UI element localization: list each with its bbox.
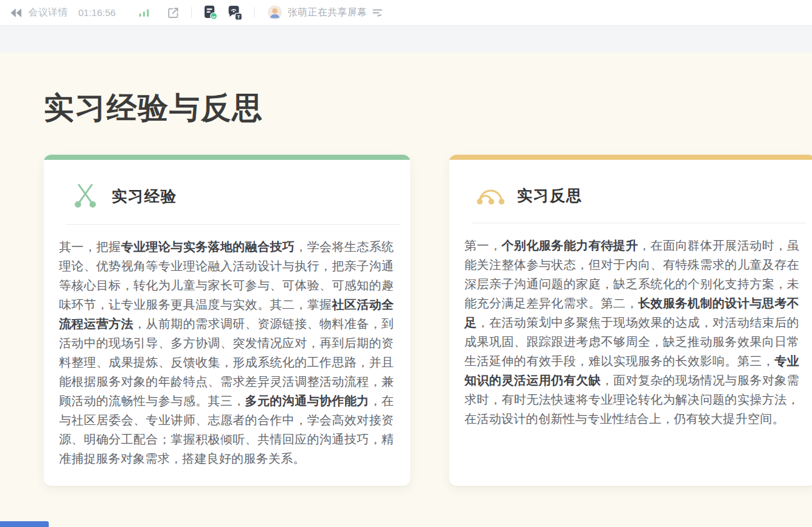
reflection-card: 实习反思 第一，个别化服务能力有待提升，在面向群体开展活动时，虽能关注整体参与状… (449, 155, 812, 486)
meeting-top-bar: 会议详情 01:16:56 (0, 0, 812, 26)
toolbar-divider (254, 7, 255, 18)
card-heading: 实习经验 (112, 186, 177, 207)
shared-slide: 实习经验与反思 实习经验 其一，把握专业理论与实 (0, 53, 812, 526)
card-header: 实习经验 (44, 160, 410, 212)
content-gutter (0, 26, 812, 53)
arc-path-icon (476, 180, 505, 211)
collapse-lines-icon[interactable] (372, 8, 384, 17)
meeting-detail-button[interactable]: 会议详情 (28, 6, 68, 19)
card-header-divider (472, 223, 806, 223)
translate-caption-icon[interactable]: T (227, 5, 242, 21)
network-signal-icon[interactable] (139, 8, 150, 17)
svg-text:T: T (237, 13, 241, 19)
card-body-text: 其一，把握专业理论与实务落地的融合技巧，学会将生态系统理论、优势视角等专业理论融… (44, 238, 410, 469)
experience-card: 实习经验 其一，把握专业理论与实务落地的融合技巧，学会将生态系统理论、优势视角等… (44, 155, 410, 486)
card-header-divider (67, 224, 400, 225)
crossed-golf-clubs-icon (71, 180, 100, 212)
app-window: 会议详情 01:16:56 (0, 0, 812, 526)
cards-row: 实习经验 其一，把握专业理论与实务落地的融合技巧，学会将生态系统理论、优势视角等… (44, 155, 812, 486)
presenter-sharing-status: 张萌正在共享屏幕 (287, 6, 367, 19)
card-accent-bar-yellow (449, 155, 812, 160)
doc-record-icon[interactable] (203, 5, 218, 20)
card-body-text: 第一，个别化服务能力有待提升，在面向群体开展活动时，虽能关注整体参与状态，但对于… (449, 236, 812, 429)
card-heading: 实习反思 (517, 186, 582, 206)
card-accent-bar-green (44, 155, 410, 160)
double-back-arrows-icon (9, 6, 23, 20)
next-slide-peek (0, 521, 49, 527)
presenter-avatar (267, 5, 282, 20)
toolbar-divider (191, 7, 192, 18)
meeting-timer: 01:16:56 (78, 7, 115, 18)
slide-title: 实习经验与反思 (44, 53, 812, 125)
open-external-icon[interactable] (167, 6, 180, 19)
card-header: 实习反思 (449, 160, 812, 211)
